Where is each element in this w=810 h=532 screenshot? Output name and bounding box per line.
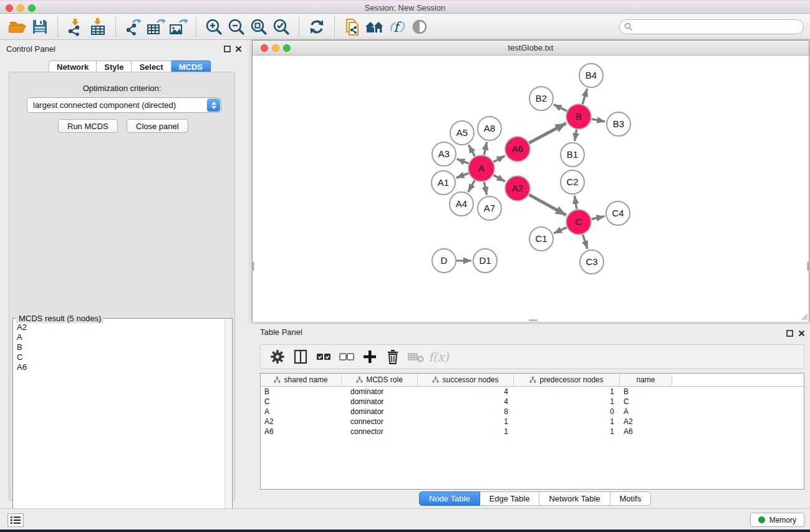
mcds-result-item[interactable]: A — [17, 332, 232, 342]
table-cell[interactable]: B — [261, 387, 342, 397]
graph-node-B[interactable]: B — [566, 104, 591, 129]
graph-node-C1[interactable]: C1 — [529, 227, 553, 251]
vertical-scroll-tick[interactable] — [807, 262, 809, 271]
table-cell[interactable] — [672, 397, 804, 407]
table-cell[interactable]: 1 — [514, 387, 620, 397]
cybrowser-home-button[interactable] — [364, 16, 386, 38]
clone-network-button[interactable] — [341, 16, 364, 38]
delete-table-button[interactable] — [404, 346, 427, 368]
table-cell[interactable]: 1 — [514, 427, 620, 437]
table-settings-button[interactable] — [266, 346, 289, 368]
mcds-result-item[interactable]: A6 — [17, 362, 232, 372]
import-network-button[interactable] — [64, 16, 87, 38]
table-cell[interactable]: dominator — [342, 397, 418, 407]
table-cell[interactable] — [672, 387, 804, 397]
table-row[interactable]: Bdominator41B — [261, 387, 804, 397]
add-column-button[interactable] — [358, 346, 381, 368]
table-cell[interactable]: A6 — [261, 427, 342, 437]
graph-edge-C-C3[interactable] — [583, 235, 588, 249]
close-panel-icon[interactable] — [235, 46, 242, 52]
zoom-selected-button[interactable] — [270, 16, 292, 38]
mcds-result-item[interactable]: B — [17, 342, 232, 352]
horizontal-scroll-tick[interactable] — [529, 319, 538, 321]
table-cell[interactable]: dominator — [342, 407, 418, 417]
refresh-view-button[interactable] — [306, 16, 328, 38]
table-cell[interactable]: A6 — [620, 427, 672, 437]
graph-edge-C-C2[interactable] — [574, 196, 576, 210]
graph-edge-A-A7[interactable] — [484, 182, 486, 195]
memory-button[interactable]: Memory — [750, 513, 804, 527]
deselect-all-rows-button[interactable] — [335, 346, 358, 368]
graph-node-B1[interactable]: B1 — [561, 143, 584, 167]
show-hide-button[interactable] — [408, 16, 431, 38]
float-panel-icon[interactable] — [224, 46, 231, 52]
column-header-name[interactable]: name — [620, 374, 672, 386]
graph-node-A6[interactable]: A6 — [505, 137, 530, 162]
graph-edge-A-A4[interactable] — [468, 180, 475, 192]
save-session-button[interactable] — [29, 16, 51, 38]
mcds-result-item[interactable]: A2 — [17, 322, 232, 332]
graph-node-A8[interactable]: A8 — [478, 117, 501, 140]
network-window-titlebar[interactable]: testGlobe.txt — [253, 41, 809, 56]
tab-network[interactable]: Network — [49, 60, 97, 73]
zoom-in-button[interactable] — [203, 16, 225, 38]
table-cell[interactable] — [672, 417, 804, 427]
mcds-result-item[interactable]: C — [17, 352, 232, 362]
column-header-shared-name[interactable]: shared name — [261, 374, 342, 386]
export-image-button[interactable] — [167, 16, 190, 38]
table-cell[interactable]: A — [620, 407, 672, 417]
table-cell[interactable]: 4 — [418, 397, 514, 407]
tab-network-table[interactable]: Network Table — [539, 491, 610, 506]
close-panel-icon[interactable] — [798, 330, 805, 337]
graph-edge-A-A6[interactable] — [493, 156, 504, 162]
graph-node-B4[interactable]: B4 — [579, 64, 603, 87]
mcds-result-scrollbar[interactable] — [224, 319, 231, 528]
table-row[interactable]: Cdominator41C — [261, 397, 804, 407]
criterion-dropdown[interactable]: largest connected component (directed) — [27, 97, 221, 113]
table-cell[interactable]: 1 — [418, 417, 514, 427]
graph-edge-C-C4[interactable] — [591, 216, 604, 220]
table-cell[interactable] — [672, 427, 804, 437]
select-columns-button[interactable] — [289, 346, 312, 368]
graph-edge-A-A1[interactable] — [456, 173, 469, 178]
graph-edge-C-C1[interactable] — [554, 228, 567, 233]
graph-node-D[interactable]: D — [432, 249, 456, 273]
graph-node-A4[interactable]: A4 — [450, 192, 473, 216]
table-cell[interactable] — [672, 407, 804, 417]
graph-edge-B-B4[interactable] — [582, 89, 587, 104]
vertical-scroll-tick[interactable] — [253, 262, 254, 271]
delete-column-button[interactable] — [381, 346, 404, 368]
graph-node-C4[interactable]: C4 — [606, 201, 630, 225]
table-cell[interactable]: connector — [342, 417, 418, 427]
table-cell[interactable]: dominator — [342, 387, 418, 397]
tab-edge-table[interactable]: Edge Table — [480, 491, 540, 506]
close-panel-button[interactable]: Close panel — [127, 119, 188, 133]
export-table-button[interactable] — [145, 16, 167, 38]
graph-edge-A2-C[interactable] — [529, 195, 566, 215]
table-cell[interactable]: 1 — [514, 397, 620, 407]
tab-style[interactable]: Style — [97, 60, 132, 73]
table-cell[interactable]: A — [261, 407, 342, 417]
graph-node-D1[interactable]: D1 — [473, 249, 497, 273]
annotation-button[interactable]: f — [386, 16, 408, 38]
graph-node-A3[interactable]: A3 — [432, 142, 456, 166]
graph-node-C[interactable]: C — [566, 210, 591, 235]
graph-node-B2[interactable]: B2 — [529, 87, 553, 110]
task-history-button[interactable] — [7, 513, 24, 527]
table-row[interactable]: A6connector11A6 — [261, 427, 804, 437]
run-mcds-button[interactable]: Run MCDS — [58, 119, 118, 133]
table-cell[interactable]: 1 — [514, 417, 620, 427]
open-session-button[interactable] — [6, 16, 29, 38]
tab-node-table[interactable]: Node Table — [419, 491, 480, 506]
graph-edge-A-A5[interactable] — [469, 145, 475, 156]
table-cell[interactable]: 8 — [418, 407, 514, 417]
graph-node-A7[interactable]: A7 — [478, 196, 501, 220]
float-panel-icon[interactable] — [786, 330, 793, 337]
graph-node-B3[interactable]: B3 — [607, 112, 630, 136]
search-input[interactable] — [619, 19, 804, 34]
table-cell[interactable]: B — [620, 387, 672, 397]
function-builder-button[interactable]: f(x) — [427, 346, 450, 368]
table-cell[interactable]: 1 — [418, 427, 514, 437]
graph-edge-A-A3[interactable] — [457, 159, 469, 163]
export-network-button[interactable] — [122, 16, 145, 38]
